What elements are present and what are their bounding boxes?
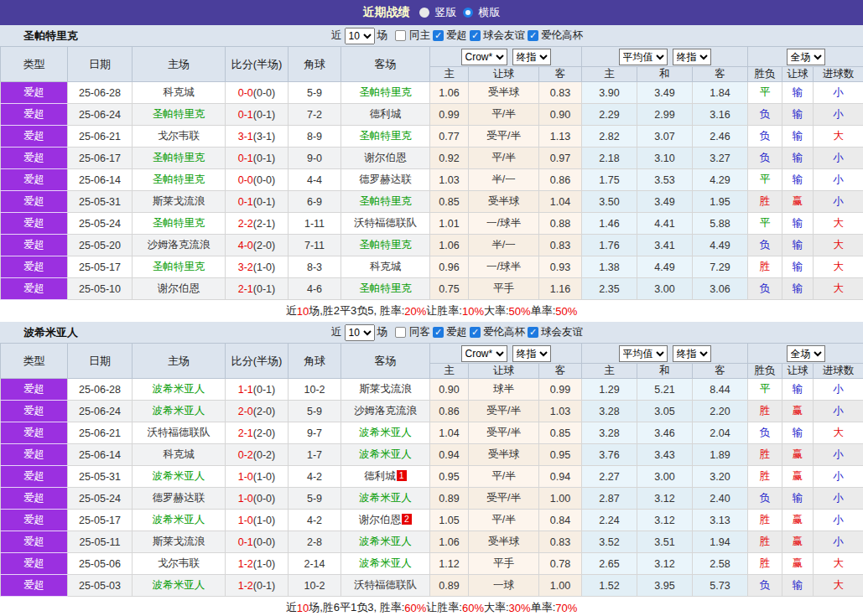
- vertical-layout-label[interactable]: 竖版: [435, 5, 457, 20]
- league-type-cell[interactable]: 爱超: [1, 422, 68, 444]
- bookmaker-select[interactable]: Crow*: [461, 345, 507, 362]
- away-team-cell[interactable]: 德利城: [341, 104, 430, 126]
- league-type-cell[interactable]: 爱超: [1, 191, 68, 213]
- filter-checkbox-1[interactable]: ✓: [433, 327, 444, 338]
- away-team-cell[interactable]: 德罗赫达联: [341, 169, 430, 191]
- vertical-layout-radio[interactable]: [419, 8, 429, 18]
- home-team-cell[interactable]: 戈尔韦联: [133, 126, 226, 148]
- league-type-cell[interactable]: 爱超: [1, 488, 68, 510]
- home-team-cell[interactable]: 斯莱戈流浪: [133, 191, 226, 213]
- away-team-cell[interactable]: 圣帕特里克: [341, 82, 430, 104]
- away-team-cell[interactable]: 圣帕特里克: [341, 278, 430, 300]
- filter-checkbox-label-1[interactable]: 爱超: [446, 325, 467, 339]
- match-count-select[interactable]: 10: [345, 324, 375, 341]
- filter-checkbox-label-3[interactable]: 爱伦高杯: [541, 28, 583, 43]
- league-type-cell[interactable]: 爱超: [1, 466, 68, 488]
- filter-checkbox-2[interactable]: ✓: [470, 30, 481, 41]
- initial-odds-select[interactable]: 终指: [512, 345, 551, 362]
- filter-checkbox-label-2[interactable]: 球会友谊: [483, 28, 525, 43]
- league-type-cell[interactable]: 爱超: [1, 379, 68, 401]
- filter-checkbox-label-0[interactable]: 同客: [409, 325, 430, 339]
- league-type-cell[interactable]: 爱超: [1, 444, 68, 466]
- away-team-cell[interactable]: 沃特福德联队: [341, 575, 430, 597]
- match-date-cell: 25-05-10: [68, 278, 133, 300]
- league-type-cell[interactable]: 爱超: [1, 575, 68, 597]
- home-team-cell[interactable]: 波希米亚人: [133, 466, 226, 488]
- league-type-cell[interactable]: 爱超: [1, 169, 68, 191]
- final-odds-select[interactable]: 终指: [673, 345, 711, 362]
- team-section: 圣帕特里克近10场同主✓爱超✓球会友谊✓爱伦高杯类型日期主场比分(半场)角球客场…: [0, 25, 863, 322]
- away-team-cell[interactable]: 波希米亚人: [341, 444, 430, 466]
- league-type-cell[interactable]: 爱超: [1, 126, 68, 148]
- away-odds-cell: 0.99: [539, 379, 582, 401]
- home-team-cell[interactable]: 波希米亚人: [133, 510, 226, 531]
- goals-result-cell: 大: [814, 553, 863, 575]
- home-team-cell[interactable]: 谢尔伯恩: [133, 278, 226, 300]
- home-team-cell[interactable]: 波希米亚人: [133, 401, 226, 422]
- away-team-cell[interactable]: 谢尔伯恩2: [341, 510, 430, 531]
- league-type-cell[interactable]: 爱超: [1, 235, 68, 256]
- match-row: 爱超25-06-17圣帕特里克0-1(0-1)9-0谢尔伯恩0.92平/半0.9…: [1, 148, 863, 169]
- away-team-cell[interactable]: 圣帕特里克: [341, 126, 430, 148]
- away-team-cell[interactable]: 圣帕特里克: [341, 191, 430, 213]
- home-team-cell[interactable]: 圣帕特里克: [133, 213, 226, 235]
- record-summary: 近10场,胜6平1负3, 胜率:60% 让胜率:60% 大率:30% 单率:70…: [0, 597, 863, 616]
- filter-checkbox-label-0[interactable]: 同主: [409, 28, 430, 43]
- away-team-cell[interactable]: 沙姆洛克流浪: [341, 401, 430, 422]
- away-team-cell[interactable]: 科克城: [341, 256, 430, 278]
- league-type-cell[interactable]: 爱超: [1, 553, 68, 575]
- handicap-cell: 受平/半: [469, 401, 539, 422]
- league-type-cell[interactable]: 爱超: [1, 104, 68, 126]
- home-team-cell[interactable]: 科克城: [133, 82, 226, 104]
- away-team-cell[interactable]: 谢尔伯恩: [341, 148, 430, 169]
- league-type-cell[interactable]: 爱超: [1, 148, 68, 169]
- filter-checkbox-3[interactable]: ✓: [528, 30, 538, 41]
- home-team-cell[interactable]: 戈尔韦联: [133, 553, 226, 575]
- home-team-cell[interactable]: 圣帕特里克: [133, 148, 226, 169]
- away-team-cell[interactable]: 斯莱戈流浪: [341, 379, 430, 401]
- final-odds-select[interactable]: 终指: [673, 49, 711, 65]
- filter-checkbox-1[interactable]: ✓: [433, 30, 444, 41]
- home-team-cell[interactable]: 圣帕特里克: [133, 169, 226, 191]
- home-team-cell[interactable]: 圣帕特里克: [133, 256, 226, 278]
- filter-checkbox-2[interactable]: ✓: [470, 327, 481, 338]
- home-team-cell[interactable]: 波希米亚人: [133, 575, 226, 597]
- average-odds-select[interactable]: 平均值: [619, 345, 668, 362]
- league-type-cell[interactable]: 爱超: [1, 82, 68, 104]
- filter-checkbox-label-3[interactable]: 球会友谊: [541, 325, 583, 339]
- home-team-cell[interactable]: 圣帕特里克: [133, 104, 226, 126]
- league-type-cell[interactable]: 爱超: [1, 401, 68, 422]
- away-team-cell[interactable]: 德利城1: [341, 466, 430, 488]
- league-type-cell[interactable]: 爱超: [1, 531, 68, 553]
- fulltime-select[interactable]: 全场: [787, 345, 825, 362]
- home-team-cell[interactable]: 科克城: [133, 444, 226, 466]
- home-team-cell[interactable]: 斯莱戈流浪: [133, 531, 226, 553]
- away-team-cell[interactable]: 波希米亚人: [341, 422, 430, 444]
- away-team-cell[interactable]: 波希米亚人: [341, 553, 430, 575]
- filter-checkbox-0[interactable]: [395, 327, 406, 338]
- filter-checkbox-3[interactable]: ✓: [528, 327, 538, 338]
- league-type-cell[interactable]: 爱超: [1, 510, 68, 531]
- away-team-cell[interactable]: 波希米亚人: [341, 531, 430, 553]
- league-type-cell[interactable]: 爱超: [1, 278, 68, 300]
- filter-checkbox-label-1[interactable]: 爱超: [446, 28, 467, 43]
- home-team-cell[interactable]: 沙姆洛克流浪: [133, 235, 226, 256]
- bookmaker-select[interactable]: Crow*: [461, 49, 507, 65]
- initial-odds-select[interactable]: 终指: [512, 49, 551, 65]
- league-type-cell[interactable]: 爱超: [1, 213, 68, 235]
- match-count-select[interactable]: 10: [345, 28, 375, 44]
- filter-checkbox-0[interactable]: [395, 30, 406, 41]
- away-team-cell[interactable]: 圣帕特里克: [341, 235, 430, 256]
- away-team-cell[interactable]: 沃特福德联队: [341, 213, 430, 235]
- horizontal-layout-label[interactable]: 横版: [479, 5, 501, 20]
- col-header-0: 类型: [1, 344, 68, 379]
- fulltime-select[interactable]: 全场: [787, 49, 825, 65]
- home-team-cell[interactable]: 波希米亚人: [133, 379, 226, 401]
- home-team-cell[interactable]: 德罗赫达联: [133, 488, 226, 510]
- away-team-cell[interactable]: 波希米亚人: [341, 488, 430, 510]
- home-team-cell[interactable]: 沃特福德联队: [133, 422, 226, 444]
- horizontal-layout-radio[interactable]: [463, 8, 473, 18]
- average-odds-select[interactable]: 平均值: [619, 49, 668, 65]
- filter-checkbox-label-2[interactable]: 爱伦高杯: [483, 325, 525, 339]
- league-type-cell[interactable]: 爱超: [1, 256, 68, 278]
